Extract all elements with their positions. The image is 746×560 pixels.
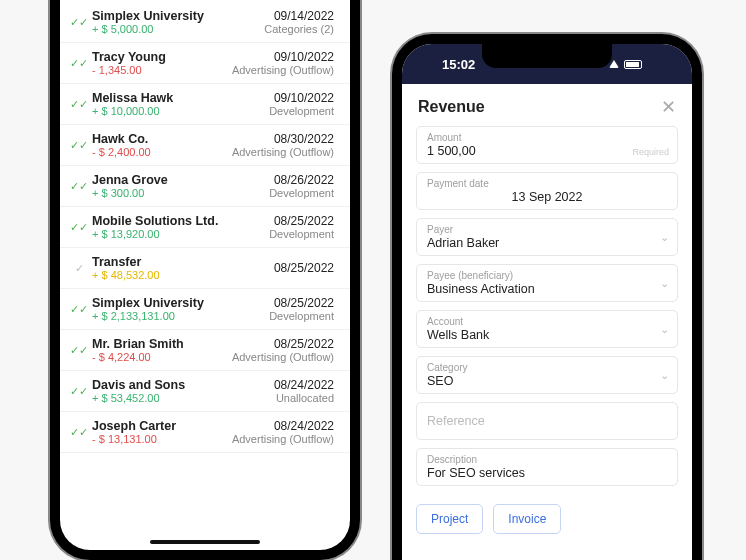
wifi-icon xyxy=(609,60,619,68)
transaction-main: Davis and Sons+ $ 53,452.00 xyxy=(92,378,274,404)
transaction-main: Mr. Brian Smith- $ 4,224.00 xyxy=(92,337,232,363)
transaction-title: Mr. Brian Smith xyxy=(92,337,232,351)
transaction-row[interactable]: ✓✓Simplex University+ $ 5,000.0009/14/20… xyxy=(60,2,350,43)
transaction-row[interactable]: ✓✓Mr. Brian Smith- $ 4,224.0008/25/2022A… xyxy=(60,330,350,371)
transaction-category: Advertising (Outflow) xyxy=(232,351,334,363)
transaction-amount: - $ 13,131.00 xyxy=(92,433,232,445)
transaction-date: 08/26/2022 xyxy=(269,173,334,187)
amount-value: 1 500,00 xyxy=(427,143,667,158)
transaction-category: Categories (2) xyxy=(264,23,334,35)
transaction-category: Advertising (Outflow) xyxy=(232,64,334,76)
reference-placeholder: Reference xyxy=(427,408,667,434)
transaction-title: Joseph Carter xyxy=(92,419,232,433)
transaction-main: Mobile Solutions Ltd.+ $ 13,920.00 xyxy=(92,214,269,240)
payment-date-value: 13 Sep 2022 xyxy=(427,189,667,204)
transaction-category: Development xyxy=(269,310,334,322)
notch xyxy=(482,44,612,68)
check-icon: ✓✓ xyxy=(70,385,88,398)
transaction-date: 08/25/2022 xyxy=(269,296,334,310)
check-icon: ✓✓ xyxy=(70,57,88,70)
project-button[interactable]: Project xyxy=(416,504,483,534)
transaction-title: Hawk Co. xyxy=(92,132,232,146)
phone-left: ✓✓Simplex University+ $ 5,000.0009/14/20… xyxy=(50,0,360,560)
transaction-row[interactable]: ✓✓Tracy Young- 1,345.0009/10/2022Adverti… xyxy=(60,43,350,84)
transaction-date: 08/24/2022 xyxy=(274,378,334,392)
payer-field[interactable]: Payer Adrian Baker ⌄ xyxy=(416,218,678,256)
transaction-main: Melissa Hawk+ $ 10,000.00 xyxy=(92,91,269,117)
category-field[interactable]: Category SEO ⌄ xyxy=(416,356,678,394)
transaction-title: Jenna Grove xyxy=(92,173,269,187)
transaction-date: 08/24/2022 xyxy=(232,419,334,433)
check-icon: ✓✓ xyxy=(70,426,88,439)
chevron-down-icon: ⌄ xyxy=(660,231,669,244)
description-field[interactable]: Description For SEO services xyxy=(416,448,678,486)
payer-label: Payer xyxy=(427,224,667,235)
transaction-category: Development xyxy=(269,187,334,199)
transaction-row[interactable]: ✓✓Joseph Carter- $ 13,131.0008/24/2022Ad… xyxy=(60,412,350,453)
transaction-date: 08/25/2022 xyxy=(232,337,334,351)
invoice-button[interactable]: Invoice xyxy=(493,504,561,534)
account-value: Wells Bank xyxy=(427,327,667,342)
transaction-title: Simplex University xyxy=(92,296,269,310)
revenue-form: Revenue ✕ Amount 1 500,00 Required Payme… xyxy=(402,84,692,544)
transaction-amount: - 1,345.00 xyxy=(92,64,232,76)
transaction-row[interactable]: ✓✓Hawk Co.- $ 2,400.0008/30/2022Advertis… xyxy=(60,125,350,166)
account-field[interactable]: Account Wells Bank ⌄ xyxy=(416,310,678,348)
transaction-date: 08/25/2022 xyxy=(269,214,334,228)
check-icon: ✓✓ xyxy=(70,139,88,152)
chevron-down-icon: ⌄ xyxy=(660,369,669,382)
transaction-amount: + $ 53,452.00 xyxy=(92,392,274,404)
reference-field[interactable]: Reference xyxy=(416,402,678,440)
transaction-category: Development xyxy=(269,228,334,240)
transaction-main: Simplex University+ $ 5,000.00 xyxy=(92,9,264,35)
chevron-down-icon: ⌄ xyxy=(660,277,669,290)
transaction-date: 08/25/2022 xyxy=(274,261,334,275)
transaction-date: 09/10/2022 xyxy=(269,91,334,105)
transaction-main: Simplex University+ $ 2,133,131.00 xyxy=(92,296,269,322)
page-title: Revenue xyxy=(418,98,485,116)
transaction-main: Joseph Carter- $ 13,131.00 xyxy=(92,419,232,445)
transaction-amount: + $ 48,532.00 xyxy=(92,269,274,281)
phone-right: 15:02 Revenue ✕ Amount 1 500,00 Required… xyxy=(392,34,702,560)
transaction-row[interactable]: ✓Transfer+ $ 48,532.0008/25/2022 xyxy=(60,248,350,289)
transaction-meta: 08/24/2022Unallocated xyxy=(274,378,334,404)
transaction-date: 09/14/2022 xyxy=(264,9,334,23)
check-icon: ✓✓ xyxy=(70,180,88,193)
transaction-amount: + $ 2,133,131.00 xyxy=(92,310,269,322)
transaction-list[interactable]: ✓✓Simplex University+ $ 5,000.0009/14/20… xyxy=(60,0,350,453)
check-icon: ✓✓ xyxy=(70,303,88,316)
transaction-meta: 08/24/2022Advertising (Outflow) xyxy=(232,419,334,445)
payee-field[interactable]: Payee (beneficiary) Business Activation … xyxy=(416,264,678,302)
check-icon: ✓✓ xyxy=(70,344,88,357)
transaction-row[interactable]: ✓✓Jenna Grove+ $ 300.0008/26/2022Develop… xyxy=(60,166,350,207)
required-hint: Required xyxy=(632,147,669,157)
transaction-main: Tracy Young- 1,345.00 xyxy=(92,50,232,76)
transaction-meta: 08/30/2022Advertising (Outflow) xyxy=(232,132,334,158)
payee-value: Business Activation xyxy=(427,281,667,296)
check-icon: ✓✓ xyxy=(70,98,88,111)
amount-field[interactable]: Amount 1 500,00 Required xyxy=(416,126,678,164)
close-icon[interactable]: ✕ xyxy=(661,96,676,118)
transaction-row[interactable]: ✓✓Melissa Hawk+ $ 10,000.0009/10/2022Dev… xyxy=(60,84,350,125)
chevron-down-icon: ⌄ xyxy=(660,323,669,336)
transaction-category: Advertising (Outflow) xyxy=(232,433,334,445)
transaction-amount: - $ 4,224.00 xyxy=(92,351,232,363)
transaction-date: 09/10/2022 xyxy=(232,50,334,64)
description-label: Description xyxy=(427,454,667,465)
transaction-row[interactable]: ✓✓Mobile Solutions Ltd.+ $ 13,920.0008/2… xyxy=(60,207,350,248)
transaction-title: Davis and Sons xyxy=(92,378,274,392)
transaction-main: Jenna Grove+ $ 300.00 xyxy=(92,173,269,199)
home-indicator xyxy=(150,540,260,544)
transaction-row[interactable]: ✓✓Simplex University+ $ 2,133,131.0008/2… xyxy=(60,289,350,330)
transaction-row[interactable]: ✓✓Davis and Sons+ $ 53,452.0008/24/2022U… xyxy=(60,371,350,412)
transaction-category: Unallocated xyxy=(274,392,334,404)
payment-date-field[interactable]: Payment date 13 Sep 2022 xyxy=(416,172,678,210)
check-icon: ✓ xyxy=(70,262,88,275)
transaction-title: Simplex University xyxy=(92,9,264,23)
transaction-amount: + $ 13,920.00 xyxy=(92,228,269,240)
transaction-meta: 08/26/2022Development xyxy=(269,173,334,199)
transaction-amount: + $ 300.00 xyxy=(92,187,269,199)
amount-label: Amount xyxy=(427,132,667,143)
check-icon: ✓✓ xyxy=(70,221,88,234)
category-label: Category xyxy=(427,362,667,373)
